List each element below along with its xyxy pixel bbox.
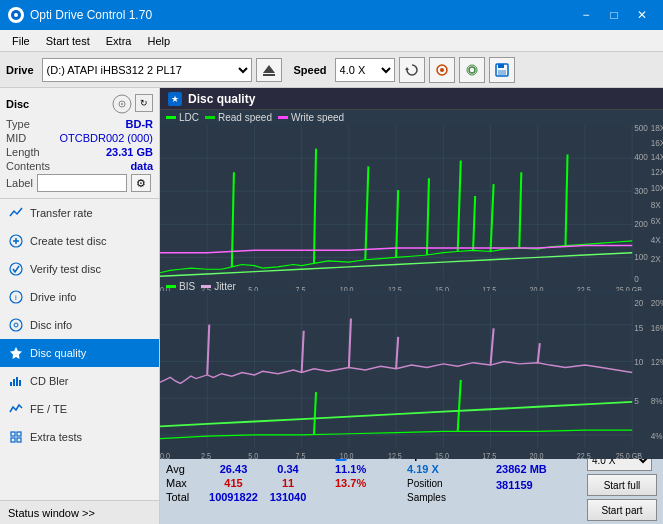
disc-refresh-button[interactable]: ↻ — [135, 94, 153, 112]
sidebar-item-create-test-disc[interactable]: Create test disc — [0, 227, 159, 255]
svg-text:8%: 8% — [651, 395, 663, 406]
disc-mid-label: MID — [6, 132, 26, 144]
disc-contents-label: Contents — [6, 160, 50, 172]
refresh-button[interactable] — [399, 57, 425, 83]
titlebar: Opti Drive Control 1.70 − □ ✕ — [0, 0, 663, 30]
bottom-chart-svg: 20 15 10 5 20% 16% 12% 8% 4% 0.0 2.5 5.0… — [160, 294, 663, 460]
disc-quality-icon — [8, 345, 24, 361]
sidebar-item-transfer-rate[interactable]: Transfer rate — [0, 199, 159, 227]
max-ldc-value: 415 — [206, 477, 261, 489]
max-jitter-value: 13.7% — [335, 477, 405, 489]
verify-test-disc-label: Verify test disc — [30, 263, 101, 275]
sidebar-item-extra-tests[interactable]: Extra tests — [0, 423, 159, 451]
svg-rect-3 — [263, 74, 275, 76]
sidebar-item-verify-test-disc[interactable]: Verify test disc — [0, 255, 159, 283]
sidebar-item-fe-te[interactable]: FE / TE — [0, 395, 159, 423]
svg-text:10.0: 10.0 — [340, 451, 355, 459]
disc-contents-value: data — [130, 160, 153, 172]
disc-info-label: Disc info — [30, 319, 72, 331]
drive-selector[interactable]: (D:) ATAPI iHBS312 2 PL17 — [42, 58, 252, 82]
disc-panel: Disc ↻ Type BD-R MID OTCBDR002 (000) Len… — [0, 88, 159, 199]
settings-button[interactable] — [459, 57, 485, 83]
menu-file[interactable]: File — [4, 33, 38, 49]
speed-selector[interactable]: 4.0 X — [335, 58, 395, 82]
close-button[interactable]: ✕ — [629, 4, 655, 26]
bis-label: BIS — [179, 281, 195, 292]
svg-text:4%: 4% — [651, 429, 663, 440]
minimize-button[interactable]: − — [573, 4, 599, 26]
save-button[interactable] — [489, 57, 515, 83]
svg-text:5.0: 5.0 — [248, 451, 259, 459]
total-label: Total — [166, 491, 204, 503]
disc-info-icon — [8, 317, 24, 333]
transfer-rate-icon — [8, 205, 24, 221]
maximize-button[interactable]: □ — [601, 4, 627, 26]
menu-extra[interactable]: Extra — [98, 33, 140, 49]
sidebar-nav: Transfer rate Create test disc Verify te… — [0, 199, 159, 500]
samples-label: Samples — [407, 492, 446, 503]
create-test-disc-label: Create test disc — [30, 235, 106, 247]
sidebar-item-disc-quality[interactable]: Disc quality — [0, 339, 159, 367]
read-speed-label: Read speed — [218, 112, 272, 123]
svg-text:18X: 18X — [651, 125, 663, 133]
max-bis-value: 11 — [263, 477, 313, 489]
transfer-rate-label: Transfer rate — [30, 207, 93, 219]
svg-text:12%: 12% — [651, 356, 663, 367]
samples-area: Samples — [407, 492, 477, 503]
write-speed-label: Write speed — [291, 112, 344, 123]
svg-text:12X: 12X — [651, 166, 663, 177]
pos-samples-col: 23862 MB 381159 — [496, 463, 547, 491]
extra-tests-label: Extra tests — [30, 431, 82, 443]
status-window-button[interactable]: Status window >> — [0, 500, 159, 524]
svg-marker-23 — [10, 347, 22, 359]
svg-text:6X: 6X — [651, 216, 661, 227]
read-speed-color — [205, 116, 215, 119]
svg-text:15: 15 — [634, 322, 643, 333]
bis-legend: BIS — [166, 281, 195, 292]
position-area: Position — [407, 478, 477, 489]
avg-jitter-value: 11.1% — [335, 463, 405, 475]
disc-label-button[interactable]: ⚙ — [131, 174, 151, 192]
disc-label-row: Label ⚙ — [6, 174, 153, 192]
fe-te-label: FE / TE — [30, 403, 67, 415]
write-speed-color — [278, 116, 288, 119]
verify-test-disc-icon — [8, 261, 24, 277]
svg-rect-24 — [10, 382, 12, 386]
drive-info-label: Drive info — [30, 291, 76, 303]
menu-start-test[interactable]: Start test — [38, 33, 98, 49]
svg-text:0.0: 0.0 — [160, 451, 171, 459]
disc-label-input[interactable] — [37, 174, 127, 192]
svg-rect-28 — [11, 432, 15, 436]
charts-container: LDC Read speed Write speed — [160, 110, 663, 445]
disc-type-row: Type BD-R — [6, 118, 153, 130]
disc-type-value: BD-R — [126, 118, 154, 130]
disc-icon — [112, 94, 132, 114]
start-full-button[interactable]: Start full — [587, 474, 657, 496]
svg-rect-25 — [13, 379, 15, 386]
sidebar-item-drive-info[interactable]: i Drive info — [0, 283, 159, 311]
toolbar: Drive (D:) ATAPI iHBS312 2 PL17 Speed 4.… — [0, 52, 663, 88]
start-part-button[interactable]: Start part — [587, 499, 657, 521]
svg-rect-30 — [11, 438, 15, 442]
content-area: ★ Disc quality LDC Read speed — [160, 88, 663, 524]
top-chart-legend: LDC Read speed Write speed — [160, 110, 663, 125]
sidebar-item-cd-bler[interactable]: CD Bler — [0, 367, 159, 395]
max-label: Max — [166, 477, 204, 489]
jitter-legend: Jitter — [201, 281, 236, 292]
top-chart-svg: 500 400 300 200 100 0 18X 16X 14X 12X 10… — [160, 125, 663, 291]
window-title: Opti Drive Control 1.70 — [30, 8, 573, 22]
chart-header-icon: ★ — [168, 92, 182, 106]
svg-rect-29 — [17, 432, 21, 436]
create-test-disc-icon — [8, 233, 24, 249]
cd-bler-label: CD Bler — [30, 375, 69, 387]
disc-type-label: Type — [6, 118, 30, 130]
disc-quality-label: Disc quality — [30, 347, 86, 359]
avg-speed-value: 4.19 X — [407, 463, 477, 475]
svg-text:200: 200 — [634, 218, 648, 229]
eject-button[interactable] — [256, 58, 282, 82]
svg-text:i: i — [15, 293, 17, 302]
chart-header: ★ Disc quality — [160, 88, 663, 110]
burn-button[interactable] — [429, 57, 455, 83]
menu-help[interactable]: Help — [139, 33, 178, 49]
sidebar-item-disc-info[interactable]: Disc info — [0, 311, 159, 339]
